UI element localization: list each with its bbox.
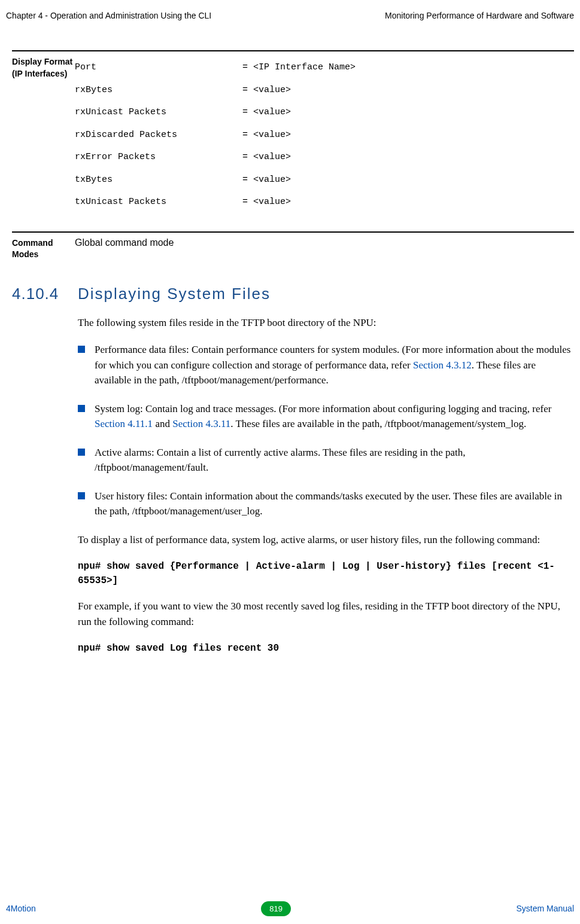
list-item: Performance data files: Contain performa… <box>78 342 574 388</box>
footer-manual: System Manual <box>517 904 574 913</box>
format-val: = <value> <box>242 79 574 102</box>
bullet-text: User history files: Contain information … <box>95 490 562 517</box>
intro-text: The following system files reside in the… <box>78 315 574 331</box>
format-row: txUnicast Packets= <value> <box>75 191 574 214</box>
format-key: rxError Packets <box>75 146 242 169</box>
format-key: rxDiscarded Packets <box>75 124 242 147</box>
example-intro: For example, if you want to view the 30 … <box>78 599 574 629</box>
page-number-badge: 819 <box>261 901 291 916</box>
format-row: rxUnicast Packets= <value> <box>75 101 574 124</box>
header-topic: Monitoring Performance of Hardware and S… <box>385 11 574 20</box>
footer-page-container: 819 <box>261 904 291 913</box>
format-key: txUnicast Packets <box>75 191 242 214</box>
bullet-text: System log: Contain log and trace messag… <box>95 403 551 414</box>
square-bullet-icon <box>78 346 85 353</box>
section-title: Displaying System Files <box>78 285 271 303</box>
list-item: User history files: Contain information … <box>78 489 574 519</box>
format-val: = <IP Interface Name> <box>242 56 574 79</box>
section-link[interactable]: Section 4.3.11 <box>172 418 230 429</box>
bullet-content: System log: Contain log and trace messag… <box>95 401 574 432</box>
format-row: rxDiscarded Packets= <value> <box>75 124 574 147</box>
bullet-content: Performance data files: Contain performa… <box>95 342 574 388</box>
bullet-content: Active alarms: Contain a list of current… <box>95 445 574 475</box>
list-item: Active alarms: Contain a list of current… <box>78 445 574 475</box>
footer-product: 4Motion <box>6 904 36 913</box>
format-key: txBytes <box>75 169 242 191</box>
format-val: = <value> <box>242 146 574 169</box>
command-modes-label: Command Modes <box>12 237 75 261</box>
format-key: rxUnicast Packets <box>75 101 242 124</box>
bullet-content: User history files: Contain information … <box>95 489 574 519</box>
section-link[interactable]: Section 4.11.1 <box>95 418 153 429</box>
display-format-content: Port= <IP Interface Name> rxBytes= <valu… <box>75 56 574 214</box>
format-key: rxBytes <box>75 79 242 102</box>
command-modes-value: Global command mode <box>75 237 174 248</box>
format-row: rxError Packets= <value> <box>75 146 574 169</box>
section-heading: 4.10.4 Displaying System Files <box>12 285 574 303</box>
format-val: = <value> <box>242 169 574 191</box>
format-val: = <value> <box>242 124 574 147</box>
format-val: = <value> <box>242 191 574 214</box>
display-format-label: Display Format (IP Interfaces) <box>12 56 75 214</box>
square-bullet-icon <box>78 492 85 499</box>
section-number: 4.10.4 <box>12 285 78 303</box>
square-bullet-icon <box>78 405 85 412</box>
command-example: npu# show saved Log files recent 30 <box>78 641 574 655</box>
list-item: System log: Contain log and trace messag… <box>78 401 574 432</box>
bullet-text: . These files are available in the path,… <box>230 418 526 429</box>
bullet-text: and <box>153 418 172 429</box>
run-command-intro: To display a list of performance data, s… <box>78 532 574 548</box>
format-key: Port <box>75 56 242 79</box>
bullet-text: Active alarms: Contain a list of current… <box>95 447 466 474</box>
format-row: rxBytes= <value> <box>75 79 574 102</box>
format-row: Port= <IP Interface Name> <box>75 56 574 79</box>
format-row: txBytes= <value> <box>75 169 574 191</box>
command-modes-section: Command Modes Global command mode <box>12 231 574 261</box>
format-val: = <value> <box>242 101 574 124</box>
page-footer: 4Motion 819 System Manual <box>6 904 574 913</box>
section-link[interactable]: Section 4.3.12 <box>413 359 472 371</box>
bullet-list: Performance data files: Contain performa… <box>78 342 574 519</box>
page-content: Display Format (IP Interfaces) Port= <IP… <box>0 50 580 655</box>
square-bullet-icon <box>78 449 85 456</box>
command-syntax: npu# show saved {Performance | Active-al… <box>78 559 574 588</box>
page-header: Chapter 4 - Operation and Administration… <box>0 0 580 26</box>
display-format-section: Display Format (IP Interfaces) Port= <IP… <box>12 50 574 214</box>
header-chapter: Chapter 4 - Operation and Administration… <box>6 11 211 20</box>
